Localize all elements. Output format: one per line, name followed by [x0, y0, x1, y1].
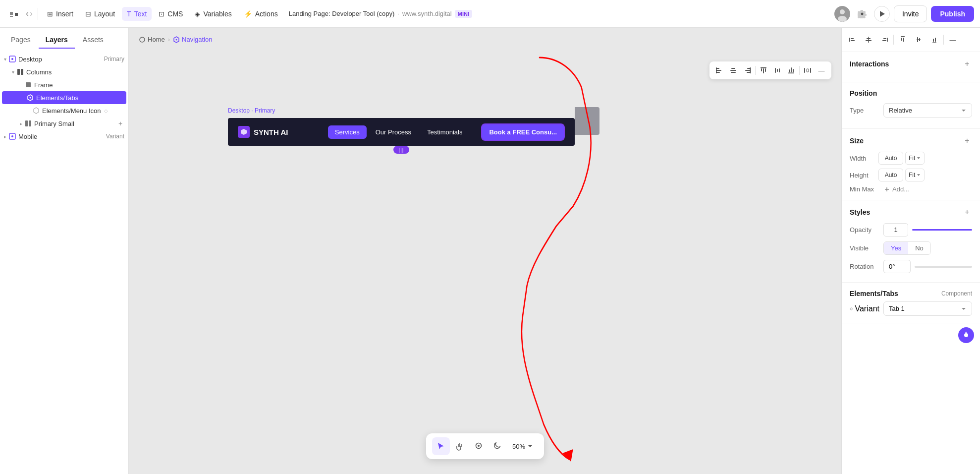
height-value[interactable]: Auto [878, 169, 903, 181]
visible-yes-option[interactable]: Yes [884, 242, 908, 254]
visible-label: Visible [850, 244, 879, 252]
settings-button[interactable] [854, 6, 870, 22]
layer-mobile[interactable]: ▸ Mobile Variant [0, 130, 128, 143]
actions-button[interactable]: ⚡ Actions [239, 7, 283, 21]
width-value[interactable]: Auto [878, 152, 903, 165]
visible-no-option[interactable]: No [908, 242, 930, 254]
more-tool[interactable]: — [946, 33, 960, 47]
handle-dots: ||| [399, 147, 404, 153]
svg-rect-32 [765, 68, 766, 72]
back-arrow[interactable]: ‹ [26, 8, 29, 19]
layer-elements-menu-icon[interactable]: ▾ Elements/Menu Icon ◇ [0, 104, 128, 117]
interactions-panel: Interactions + [842, 52, 980, 82]
nav-resize-handle[interactable]: ||| [393, 146, 409, 154]
variables-button[interactable]: ◈ Variables [190, 7, 236, 21]
zoom-control[interactable]: 50% [507, 440, 538, 453]
align-left-tool[interactable] [846, 33, 860, 47]
breadcrumb-home[interactable]: Home [139, 36, 165, 43]
svg-point-2 [838, 16, 847, 22]
insert-button[interactable]: ⊞ Insert [42, 7, 78, 21]
nav-link-process[interactable]: Our Process [369, 125, 418, 139]
synth-icon[interactable] [958, 327, 974, 343]
align-top-tool[interactable] [896, 33, 910, 47]
nav-cta-button[interactable]: Book a FREE Consu... [481, 123, 565, 141]
nav-logo-icon [238, 126, 250, 138]
layer-primary-small[interactable]: ▸ Primary Small + [0, 117, 128, 130]
opacity-value[interactable]: 1 [883, 223, 908, 237]
mobile-component-icon [8, 132, 16, 140]
interactions-add-button[interactable]: + [962, 59, 972, 69]
minmax-add-button[interactable]: Add... [883, 185, 909, 193]
svg-point-16 [140, 37, 145, 42]
layer-frame[interactable]: ▾ Frame [0, 78, 128, 91]
select-tool[interactable] [432, 437, 450, 455]
position-panel: Position Type Relative [842, 82, 980, 129]
tab-layers[interactable]: Layers [39, 32, 75, 49]
bubble-tool[interactable] [470, 437, 488, 455]
rotation-value[interactable]: 0° [883, 260, 911, 273]
canvas-alignment-toolbar: — [709, 61, 831, 79]
nav-link-testimonials[interactable]: Testimonials [420, 125, 470, 139]
layer-desktop[interactable]: ▾ Desktop Primary [0, 53, 128, 65]
hand-tool[interactable] [451, 437, 469, 455]
position-type-select[interactable]: Relative [883, 103, 972, 118]
align-center-tool[interactable] [862, 33, 875, 47]
size-add-button[interactable]: + [962, 136, 972, 146]
zoom-label: 50% [512, 443, 525, 450]
layer-label: Elements/Menu Icon [42, 107, 101, 115]
main-layout: Pages Layers Assets ▾ Desktop Primary ▾ … [0, 28, 980, 474]
align-middle-button[interactable] [771, 64, 783, 76]
position-type-value: Relative [889, 107, 912, 114]
align-center-h-button[interactable] [727, 64, 739, 76]
opacity-slider[interactable] [912, 229, 972, 231]
breadcrumb-separator: › [168, 36, 170, 43]
add-button[interactable]: + [116, 119, 124, 127]
invite-button[interactable]: Invite [894, 5, 927, 22]
right-toolbar: — [842, 28, 980, 52]
forward-arrow[interactable]: › [30, 8, 33, 19]
align-left-button[interactable] [713, 64, 725, 76]
rotation-row: Rotation 0° [850, 260, 972, 273]
nav-variant-label[interactable]: Desktop · Primary [228, 107, 575, 114]
tab-assets[interactable]: Assets [76, 32, 110, 49]
text-button[interactable]: T Text [122, 7, 152, 21]
width-fit-select[interactable]: Fit [905, 152, 925, 165]
align-middle-tool[interactable] [912, 33, 926, 47]
logo-button[interactable] [6, 6, 22, 22]
svg-marker-11 [34, 108, 39, 114]
svg-rect-55 [883, 38, 886, 39]
badge-icon: ◇ [104, 108, 108, 114]
layer-columns[interactable]: ▾ Columns [0, 65, 128, 78]
canvas-area[interactable]: Home › Navigation [129, 28, 841, 474]
preview-button[interactable] [874, 6, 890, 22]
component-hex-sm-icon [32, 107, 40, 115]
height-fit-select[interactable]: Fit [905, 169, 925, 181]
distribute-button[interactable] [802, 64, 814, 76]
styles-add-button[interactable]: + [962, 207, 972, 217]
breadcrumb-current[interactable]: Navigation [173, 36, 212, 43]
svg-rect-26 [747, 68, 750, 69]
svg-point-46 [478, 445, 480, 447]
align-top-button[interactable] [758, 64, 769, 76]
tab-pages[interactable]: Pages [4, 32, 38, 49]
opacity-label: Opacity [850, 226, 879, 234]
cms-button[interactable]: ⊡ CMS [154, 7, 188, 21]
layer-elements-tabs[interactable]: ▾ Elements/Tabs [2, 91, 126, 104]
frame-icon [24, 81, 32, 89]
align-bottom-tool[interactable] [927, 33, 941, 47]
more-options-button[interactable]: — [816, 64, 827, 76]
rotation-slider[interactable] [915, 266, 972, 268]
nav-link-services[interactable]: Services [328, 125, 367, 139]
separator: · [397, 10, 399, 17]
toolbar-divider-1 [38, 8, 38, 20]
user-avatar[interactable] [834, 6, 850, 22]
align-right-button[interactable] [741, 64, 753, 76]
publish-button[interactable]: Publish [931, 6, 974, 22]
align-right-tool[interactable] [877, 33, 891, 47]
variant-select[interactable]: Tab 1 [883, 301, 972, 316]
align-bottom-button[interactable] [785, 64, 797, 76]
dark-mode-tool[interactable] [489, 437, 506, 455]
svg-rect-48 [849, 38, 850, 42]
layout-button[interactable]: ⊟ Layout [80, 7, 120, 21]
nav-preview[interactable]: SYNTH AI Services Our Process Testimonia… [228, 118, 575, 146]
